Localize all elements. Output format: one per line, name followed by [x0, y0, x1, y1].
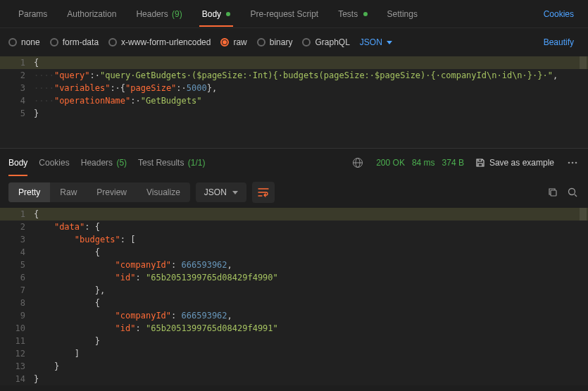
body-type-raw[interactable]: raw [220, 37, 246, 47]
response-format-label: JSON [204, 187, 227, 197]
body-type-none-label: none [21, 37, 40, 47]
body-type-graphql[interactable]: GraphQL [302, 37, 349, 47]
scrollbar-thumb[interactable] [580, 208, 587, 221]
body-type-urlencoded-label: x-www-form-urlencoded [121, 37, 211, 47]
beautify-button[interactable]: Beautify [538, 30, 580, 54]
search-icon [568, 187, 577, 197]
response-tab-testresults-count: (1/1) [188, 158, 206, 168]
radio-icon [220, 38, 229, 46]
line-number: 13 [0, 360, 34, 373]
line-number: 3 [0, 233, 34, 246]
tab-tests[interactable]: Tests [328, 2, 377, 26]
body-type-formdata[interactable]: form-data [50, 37, 99, 47]
copy-button[interactable] [546, 185, 560, 199]
line-number: 5 [0, 107, 34, 120]
radio-icon [108, 38, 117, 46]
view-mode-group: Pretty Raw Preview Visualize [8, 182, 190, 202]
body-type-formdata-label: form-data [63, 37, 99, 47]
chevron-down-icon [387, 41, 392, 44]
raw-type-dropdown[interactable]: JSON [360, 37, 392, 47]
view-visualize[interactable]: Visualize [137, 182, 190, 202]
dots-horizontal-icon [568, 161, 577, 164]
request-body-editor[interactable]: 1{ 2····"query":·"query·GetBudgets·($pag… [0, 56, 588, 148]
response-tab-headers-count: (5) [116, 158, 127, 168]
view-pretty[interactable]: Pretty [8, 182, 50, 202]
body-type-raw-label: raw [233, 37, 246, 47]
line-number: 12 [0, 347, 34, 360]
line-number: 3 [0, 82, 34, 94]
line-number: 11 [0, 335, 34, 347]
tab-body-label: Body [202, 9, 221, 19]
tab-headers-count: (9) [172, 9, 182, 19]
line-number: 2 [0, 221, 34, 233]
response-tab-testresults-label: Test Results [138, 158, 184, 168]
body-type-binary-label: binary [270, 37, 293, 47]
tab-body[interactable]: Body [192, 2, 241, 26]
response-view-row: Pretty Raw Preview Visualize JSON [0, 177, 588, 208]
line-number: 5 [0, 259, 34, 271]
line-number: 14 [0, 373, 34, 385]
cookies-link[interactable]: Cookies [538, 2, 580, 26]
response-tab-cookies[interactable]: Cookies [39, 149, 69, 176]
line-number: 1 [0, 56, 34, 69]
search-button[interactable] [565, 185, 580, 199]
svg-point-5 [575, 162, 577, 164]
view-raw[interactable]: Raw [50, 182, 87, 202]
copy-icon [548, 187, 558, 197]
radio-icon [50, 38, 58, 46]
more-options-button[interactable] [565, 156, 580, 170]
radio-icon [8, 38, 17, 46]
line-number: 7 [0, 284, 34, 297]
response-tab-headers-label: Headers [81, 158, 113, 168]
svg-point-4 [572, 162, 574, 164]
response-section: Body Cookies Headers (5) Test Results (1… [0, 148, 588, 385]
scrollbar-thumb[interactable] [580, 56, 587, 69]
line-number: 8 [0, 297, 34, 309]
wrap-icon [258, 187, 269, 197]
response-status: 200 OK 84 ms 374 B [376, 158, 464, 168]
save-icon [475, 158, 485, 168]
response-header: Body Cookies Headers (5) Test Results (1… [0, 149, 588, 177]
tab-params[interactable]: Params [8, 2, 57, 26]
status-time: 84 ms [412, 158, 435, 168]
line-number: 1 [0, 208, 34, 221]
line-number: 10 [0, 322, 34, 335]
line-number: 6 [0, 271, 34, 284]
save-as-example-button[interactable]: Save as example [475, 158, 554, 168]
network-icon[interactable] [351, 156, 365, 170]
save-example-label: Save as example [489, 158, 554, 168]
tab-headers-label: Headers [136, 9, 168, 19]
raw-type-label: JSON [360, 37, 382, 47]
radio-icon [302, 38, 311, 46]
status-size: 374 B [442, 158, 464, 168]
tab-authorization[interactable]: Authorization [57, 2, 126, 26]
line-number: 4 [0, 246, 34, 259]
tab-tests-label: Tests [338, 9, 358, 19]
body-type-graphql-label: GraphQL [315, 37, 349, 47]
chevron-down-icon [232, 191, 238, 194]
response-body-editor[interactable]: 1{ 2 "data": { 3 "budgets": [ 4 { 5 "com… [0, 208, 588, 385]
svg-line-8 [575, 194, 577, 197]
response-tab-headers[interactable]: Headers (5) [81, 149, 127, 176]
view-preview[interactable]: Preview [87, 182, 137, 202]
line-number: 4 [0, 94, 34, 107]
tab-settings[interactable]: Settings [377, 2, 427, 26]
line-number: 9 [0, 309, 34, 322]
request-tabs-row: Params Authorization Headers (9) Body Pr… [0, 0, 588, 28]
status-code: 200 OK [376, 158, 405, 168]
tab-prerequest[interactable]: Pre-request Script [240, 2, 328, 26]
response-format-dropdown[interactable]: JSON [196, 182, 246, 202]
line-wrap-button[interactable] [252, 182, 275, 203]
line-number: 2 [0, 69, 34, 82]
body-type-none[interactable]: none [8, 37, 40, 47]
body-type-binary[interactable]: binary [257, 37, 293, 47]
tab-headers[interactable]: Headers (9) [126, 2, 192, 26]
body-type-row: none form-data x-www-form-urlencoded raw… [0, 28, 588, 56]
response-tab-testresults[interactable]: Test Results (1/1) [138, 149, 205, 176]
body-type-urlencoded[interactable]: x-www-form-urlencoded [108, 37, 211, 47]
radio-icon [257, 38, 265, 46]
tests-modified-dot-icon [363, 12, 368, 16]
response-tab-body[interactable]: Body [8, 149, 27, 176]
svg-point-7 [569, 189, 575, 195]
svg-point-3 [568, 162, 570, 164]
